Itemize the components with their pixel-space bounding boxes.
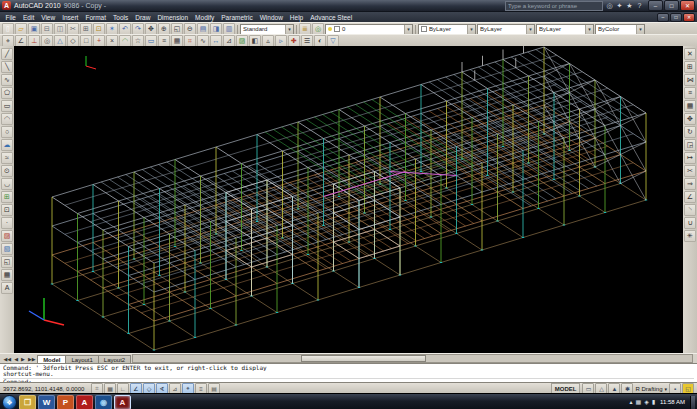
plotstyle-dropdown[interactable]: ByColor ▾: [595, 24, 645, 35]
menu-insert[interactable]: Insert: [59, 12, 82, 22]
lineweight-dropdown[interactable]: ByLayer ▾: [536, 24, 594, 35]
rectangle-icon[interactable]: ▭: [1, 100, 13, 112]
menu-dimension[interactable]: Dimension: [154, 12, 192, 22]
linetype-value: ByLayer: [480, 26, 502, 32]
point-icon[interactable]: ·: [1, 217, 13, 229]
mtext-icon[interactable]: A: [1, 282, 13, 294]
menu-draw[interactable]: Draw: [132, 12, 154, 22]
show-desktop-button[interactable]: [690, 396, 695, 409]
beam: [421, 72, 462, 85]
layer-dropdown[interactable]: 0 ▾: [325, 24, 413, 35]
menu-view[interactable]: View: [38, 12, 59, 22]
infocenter-search-input[interactable]: [505, 1, 603, 11]
search-icon[interactable]: ◎: [605, 1, 614, 10]
menu-edit[interactable]: Edit: [19, 12, 37, 22]
powerpoint-icon[interactable]: P: [57, 395, 74, 409]
extend-icon[interactable]: ⇒: [684, 178, 696, 190]
gradient-icon[interactable]: ▧: [1, 243, 13, 255]
doc-minimize-button[interactable]: –: [657, 13, 669, 22]
color-dropdown[interactable]: ByLayer ▾: [418, 24, 476, 35]
explode-icon[interactable]: ✳: [684, 230, 696, 242]
mirror-icon[interactable]: ⋈: [684, 74, 696, 86]
stretch-icon[interactable]: ↦: [684, 152, 696, 164]
window-controls: –□✕: [648, 0, 695, 11]
rotate-icon[interactable]: ↻: [684, 126, 696, 138]
copy-icon[interactable]: ⊞: [684, 61, 696, 73]
maximize-button[interactable]: □: [664, 0, 679, 11]
tray-icon[interactable]: ▦: [635, 395, 641, 409]
doc-restore-button[interactable]: □: [670, 13, 682, 22]
help-icon[interactable]: ?: [635, 1, 644, 10]
beam: [375, 259, 401, 276]
fillet-icon[interactable]: ◝: [684, 204, 696, 216]
doc-close-button[interactable]: ✕: [683, 13, 695, 22]
ellipse-icon[interactable]: ⊙: [1, 165, 13, 177]
acrobat-icon[interactable]: A: [76, 395, 93, 409]
menu-format[interactable]: Format: [82, 12, 110, 22]
3d-model-viewport: [14, 46, 683, 353]
close-button[interactable]: ✕: [680, 0, 695, 11]
drawing-canvas[interactable]: [14, 46, 683, 353]
beam: [211, 309, 237, 326]
construction-line-icon[interactable]: ╲: [1, 61, 13, 73]
communication-center-icon[interactable]: ✦: [615, 1, 624, 10]
system-tray: ▴▦◈▮ 11:58 AM: [629, 395, 695, 409]
table-icon[interactable]: ▦: [1, 269, 13, 281]
beam: [216, 135, 257, 148]
browser-icon[interactable]: ◉: [95, 395, 112, 409]
join-icon[interactable]: ∪: [684, 217, 696, 229]
word-icon[interactable]: W: [38, 395, 55, 409]
scrollbar-thumb[interactable]: [301, 355, 426, 362]
make-block-icon[interactable]: ⊡: [1, 204, 13, 216]
circle-icon[interactable]: ○: [1, 126, 13, 138]
line-tool-icon[interactable]: ╱: [1, 48, 13, 60]
start-button[interactable]: ❖: [2, 395, 17, 409]
autocad-logo-icon[interactable]: A: [2, 1, 11, 10]
horizontal-scrollbar[interactable]: [132, 354, 693, 363]
beam: [339, 97, 380, 110]
chamfer-icon[interactable]: ∠: [684, 191, 696, 203]
minimize-button[interactable]: –: [648, 0, 663, 11]
network-icon[interactable]: ▮: [652, 395, 655, 409]
spline-icon[interactable]: ≈: [1, 152, 13, 164]
explorer-icon[interactable]: ❒: [19, 395, 36, 409]
polygon-icon[interactable]: ⬠: [1, 87, 13, 99]
tray-expand-icon[interactable]: ▴: [629, 395, 632, 409]
tray-icon[interactable]: ◈: [644, 395, 649, 409]
hatch-icon[interactable]: ▨: [1, 230, 13, 242]
menu-file[interactable]: File: [2, 12, 19, 22]
beam: [170, 321, 196, 338]
chevron-down-icon: ▾: [526, 25, 534, 34]
command-window[interactable]: Command: '_3dforbit Press ESC or ENTER t…: [0, 363, 697, 382]
array-icon[interactable]: ▦: [684, 100, 696, 112]
menu-modify[interactable]: Modify: [192, 12, 218, 22]
linetype-dropdown[interactable]: ByLayer ▾: [477, 24, 535, 35]
offset-icon[interactable]: ≡: [684, 87, 696, 99]
lineweight-value: ByLayer: [539, 26, 561, 32]
menu-tools[interactable]: Tools: [110, 12, 132, 22]
erase-icon[interactable]: ✕: [684, 48, 696, 60]
chevron-down-icon: ▾: [467, 25, 475, 34]
move-icon[interactable]: ✥: [684, 113, 696, 125]
menu-bar: FileEditViewInsertFormatToolsDrawDimensi…: [0, 12, 697, 22]
menu-help[interactable]: Help: [286, 12, 306, 22]
document-window-controls: –□✕: [657, 13, 695, 22]
autocad-taskbar-icon[interactable]: A: [114, 395, 131, 409]
menu-advance-steel[interactable]: Advance Steel: [307, 12, 356, 22]
menu-parametric[interactable]: Parametric: [218, 12, 256, 22]
beam: [529, 64, 570, 77]
region-icon[interactable]: ◱: [1, 256, 13, 268]
text-style-dropdown[interactable]: Standard ▾: [240, 24, 294, 35]
infocenter: ◎✦★? –□✕: [505, 0, 695, 11]
ellipse-arc-icon[interactable]: ◡: [1, 178, 13, 190]
revision-cloud-icon[interactable]: ☁: [1, 139, 13, 151]
arc-icon[interactable]: ◠: [1, 113, 13, 125]
scale-icon[interactable]: ◲: [684, 139, 696, 151]
insert-block-icon[interactable]: ⊞: [1, 191, 13, 203]
chevron-down-icon[interactable]: ▾: [664, 386, 667, 392]
workspace-label[interactable]: R Drafting: [635, 386, 662, 392]
menu-window[interactable]: Window: [256, 12, 286, 22]
trim-icon[interactable]: ✂: [684, 165, 696, 177]
polyline-icon[interactable]: ∿: [1, 74, 13, 86]
favorites-star-icon[interactable]: ★: [625, 1, 634, 10]
